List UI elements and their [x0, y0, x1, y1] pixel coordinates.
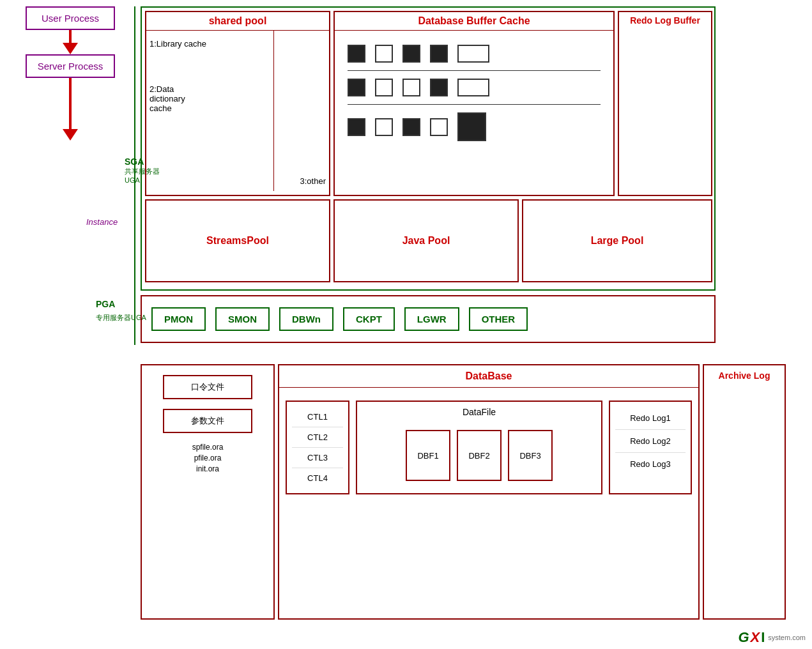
- other-cache-label: 3:other: [300, 176, 326, 186]
- password-file-box: 口令文件: [163, 375, 252, 399]
- buffer-cache-title: Database Buffer Cache: [335, 12, 613, 31]
- pfile-label: pfile.ora: [142, 454, 273, 462]
- ckpt-box: CKPT: [343, 307, 395, 331]
- init-label: init.ora: [142, 464, 273, 473]
- server-process-box: Server Process: [26, 54, 115, 78]
- ctl4-label: CTL4: [292, 468, 343, 488]
- ctl3-label: CTL3: [292, 448, 343, 468]
- param-file-box: 参数文件: [163, 409, 252, 433]
- user-process-box: User Process: [26, 6, 115, 30]
- buf-block: [457, 79, 489, 96]
- shared-pool-title: shared pool: [146, 12, 329, 31]
- buf-block: [457, 112, 486, 141]
- watermark-x: X: [751, 629, 760, 646]
- buf-block: [375, 118, 393, 136]
- dbwn-box: DBWn: [279, 307, 333, 331]
- redo-log2-label: Redo Log2: [615, 430, 686, 453]
- left-panel: User Process Server Process: [6, 6, 134, 141]
- buf-block: [430, 79, 448, 96]
- smon-box: SMON: [215, 307, 270, 331]
- server-process-label: Server Process: [38, 61, 103, 72]
- watermark-url: system.com: [768, 634, 806, 641]
- ctl2-label: CTL2: [292, 427, 343, 448]
- watermark-g: G: [738, 629, 749, 646]
- archive-log: Archive Log: [703, 364, 786, 620]
- pga-label: PGA: [96, 299, 115, 309]
- large-pool-label: Large Pool: [591, 235, 644, 247]
- buffer-cache: Database Buffer Cache: [333, 11, 615, 196]
- shared-pool-left: 1:Library cache 2:Datadictionarycache: [146, 31, 274, 191]
- buf-block: [402, 45, 420, 63]
- instance-label: Instance: [86, 217, 118, 227]
- redo-log1-label: Redo Log1: [615, 407, 686, 430]
- param-file-label: 参数文件: [191, 416, 224, 425]
- buf-block: [375, 45, 393, 63]
- large-pool: Large Pool: [522, 199, 712, 282]
- buf-block: [457, 45, 489, 63]
- buf-block: [348, 45, 365, 63]
- watermark-i: I: [761, 629, 765, 646]
- pmon-label: PMON: [164, 314, 193, 324]
- bottom-section: 口令文件 参数文件 spfile.ora pfile.ora init.ora …: [141, 364, 703, 632]
- buf-block: [348, 79, 365, 96]
- buffer-row-3: [348, 112, 601, 141]
- pga-sub: 专用服务器UGA: [96, 313, 146, 323]
- dbf-row: DBF1 DBF2 DBF3: [362, 430, 596, 481]
- spfile-label: spfile.ora: [142, 443, 273, 452]
- ckpt-label: CKPT: [356, 314, 382, 324]
- user-server-arrow: [63, 30, 78, 54]
- shared-pool-body: 1:Library cache 2:Datadictionarycache 3:…: [146, 31, 329, 191]
- streams-pool: StreamsPool: [145, 199, 330, 282]
- buf-block: [430, 45, 448, 63]
- server-instance-arrow: [63, 78, 78, 141]
- sga-area: shared pool 1:Library cache 2:Datadictio…: [141, 6, 716, 291]
- dbf3-box: DBF3: [508, 430, 553, 481]
- watermark: G X I system.com: [738, 629, 806, 646]
- buffer-grid: [335, 31, 613, 155]
- dbf3-label: DBF3: [519, 451, 540, 461]
- archive-log-title: Archive Log: [704, 365, 785, 386]
- redo-panel: Redo Log1 Redo Log2 Redo Log3: [609, 401, 692, 494]
- java-pool: Java Pool: [333, 199, 519, 282]
- password-file-label: 口令文件: [191, 382, 224, 392]
- buf-block: [348, 118, 365, 136]
- other-label: OTHER: [482, 314, 516, 324]
- ctl1-label: CTL1: [292, 407, 343, 427]
- buf-block: [402, 79, 420, 96]
- dbwn-label: DBWn: [292, 314, 321, 324]
- lgwr-label: LGWR: [417, 314, 447, 324]
- buf-block: [375, 79, 393, 96]
- data-dict-cache-label: 2:Datadictionarycache: [149, 84, 270, 113]
- dbf1-label: DBF1: [417, 451, 438, 461]
- pga-area: PMON SMON DBWn CKPT LGWR OTHER: [141, 295, 716, 343]
- redo-log3-label: Redo Log3: [615, 453, 686, 475]
- streams-pool-label: StreamsPool: [206, 235, 269, 247]
- buf-block: [430, 118, 448, 136]
- dbf2-label: DBF2: [468, 451, 489, 461]
- ctl-panel: CTL1 CTL2 CTL3 CTL4: [286, 401, 349, 494]
- datafile-panel: DataFile DBF1 DBF2 DBF3: [356, 401, 602, 494]
- diagram-container: User Process Server Process SGA 共享服务器 UG…: [0, 0, 812, 649]
- buffer-row-1: [348, 45, 601, 63]
- dbf2-box: DBF2: [457, 430, 502, 481]
- buf-block: [402, 118, 420, 136]
- other-box: OTHER: [469, 307, 528, 331]
- lgwr-box: LGWR: [404, 307, 459, 331]
- redo-log-buffer-title: Redo Log Buffer: [619, 12, 711, 29]
- shared-pool: shared pool 1:Library cache 2:Datadictio…: [145, 11, 330, 196]
- redo-log-buffer-box: Redo Log Buffer: [618, 11, 712, 196]
- library-cache-label: 1:Library cache: [149, 39, 270, 49]
- java-pool-label: Java Pool: [402, 235, 450, 247]
- buffer-row-2: [348, 79, 601, 96]
- files-panel: 口令文件 参数文件 spfile.ora pfile.ora init.ora: [141, 364, 275, 620]
- pmon-box: PMON: [151, 307, 206, 331]
- smon-label: SMON: [228, 314, 257, 324]
- datafile-title: DataFile: [362, 407, 596, 417]
- db-title: DataBase: [279, 365, 698, 388]
- db-inner: CTL1 CTL2 CTL3 CTL4 DataFile DBF1 DBF2: [286, 401, 692, 494]
- shared-pool-right: 3:other: [274, 31, 329, 191]
- db-panel: DataBase CTL1 CTL2 CTL3 CTL4 DataFile DB…: [278, 364, 700, 620]
- user-process-label: User Process: [42, 13, 99, 24]
- dbf1-box: DBF1: [406, 430, 450, 481]
- sga-bracket-line: [134, 6, 135, 345]
